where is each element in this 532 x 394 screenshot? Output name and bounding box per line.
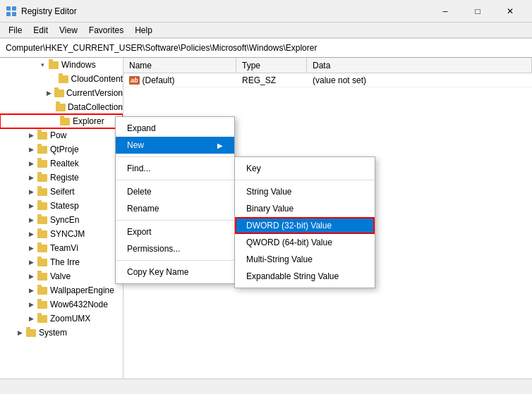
tree-label-registe: Registe (50, 173, 79, 183)
ctx-find[interactable]: Find... (116, 160, 234, 177)
sub-expandable-string-value-label: Expandable String Value (246, 271, 339, 281)
registry-row-default[interactable]: ab (Default) REG_SZ (value not set) (123, 73, 532, 87)
sub-key[interactable]: Key (235, 160, 375, 177)
tree-item-explorer[interactable]: ▶ Explorer (0, 114, 123, 128)
sub-qword-value-label: QWORD (64-bit) Value (246, 238, 332, 247)
tree-item-statesp[interactable]: ▶ Statesp (0, 199, 123, 213)
tree-arrow-seifert: ▶ (25, 185, 37, 199)
tree-label-windows: Windows (61, 60, 96, 70)
tree-arrow-wow6432node: ▶ (25, 297, 37, 312)
tree-item-syncjm[interactable]: ▶ SYNCJM (0, 227, 123, 241)
status-bar (0, 378, 532, 394)
folder-icon-zooumumx (37, 313, 48, 324)
sub-qword-value[interactable]: QWORD (64-bit) Value (235, 234, 375, 251)
minimize-button[interactable]: – (429, 0, 461, 23)
tree-item-seifert[interactable]: ▶ Seifert (0, 185, 123, 199)
menu-edit[interactable]: Edit (28, 24, 54, 37)
tree-item-registe[interactable]: ▶ Registe (0, 171, 123, 185)
tree-arrow-theirre: ▶ (25, 255, 37, 269)
tree-item-teamvi[interactable]: ▶ TeamVi (0, 241, 123, 255)
sub-multi-string-value-label: Multi-String Value (246, 254, 313, 264)
maximize-button[interactable]: □ (461, 0, 494, 23)
tree-arrow-windows: ▾ (37, 58, 48, 72)
svg-rect-0 (6, 6, 11, 11)
close-button[interactable]: ✕ (494, 0, 526, 23)
tree-arrow-teamvi: ▶ (25, 241, 37, 255)
tree-label-datacollection: DataCollection (68, 102, 123, 112)
sub-expandable-string-value[interactable]: Expandable String Value (235, 268, 375, 285)
sub-multi-string-value[interactable]: Multi-String Value (235, 251, 375, 268)
tree-item-theirre[interactable]: ▶ The Irre (0, 255, 123, 269)
right-header: Name Type Data (123, 58, 532, 73)
ctx-new-arrow: ▶ (217, 142, 223, 149)
col-header-data: Data (307, 58, 532, 73)
tree-panel[interactable]: ▾ Windows ▶ CloudContent ▶ CurrentVersio… (0, 58, 123, 378)
sub-dword-value-label: DWORD (32-bit) Value (246, 221, 332, 230)
tree-label-currentversion: CurrentVersion (66, 88, 123, 98)
sub-string-value[interactable]: String Value (235, 183, 375, 200)
folder-icon-seifert (37, 186, 48, 197)
ctx-sep-1 (116, 156, 234, 157)
tree-item-cloudcontent[interactable]: ▶ CloudContent (0, 72, 123, 86)
address-path: Computer\HKEY_CURRENT_USER\Software\Poli… (6, 43, 317, 53)
folder-icon-qtproje (37, 144, 48, 155)
tree-label-wow6432node: Wow6432Node (50, 300, 108, 309)
tree-item-realtek[interactable]: ▶ Realtek (0, 156, 123, 171)
tree-arrow-syncjm: ▶ (25, 227, 37, 241)
col-header-type: Type (236, 58, 307, 73)
tree-item-zooumumx[interactable]: ▶ ZoomUMX (0, 312, 123, 326)
sub-binary-value-label: Binary Value (246, 204, 294, 214)
folder-icon-system (25, 327, 37, 338)
tree-item-qtproje[interactable]: ▶ QtProje (0, 142, 123, 156)
menu-help[interactable]: Help (129, 24, 158, 37)
tree-label-explorer: Explorer (73, 116, 104, 126)
tree-item-system[interactable]: ▶ System (0, 326, 123, 340)
tree-item-valve[interactable]: ▶ Valve (0, 269, 123, 283)
ctx-expand[interactable]: Expand (116, 120, 234, 137)
reg-name-default: (Default) (143, 75, 175, 85)
title-bar: Registry Editor – □ ✕ (0, 0, 532, 23)
tree-item-currentversion[interactable]: ▶ CurrentVersion (0, 86, 123, 100)
ctx-copy-key-name[interactable]: Copy Key Name (116, 264, 234, 281)
ctx-delete[interactable]: Delete (116, 183, 234, 200)
menu-file[interactable]: File (3, 24, 28, 37)
folder-icon-wow6432node (37, 299, 48, 310)
app-icon (6, 6, 17, 17)
folder-icon-teamvi (37, 242, 48, 254)
tree-label-statesp: Statesp (50, 201, 79, 211)
folder-icon-wallpaperengine (37, 285, 48, 296)
sub-binary-value[interactable]: Binary Value (235, 200, 375, 217)
tree-item-syncen[interactable]: ▶ SyncEn (0, 213, 123, 227)
tree-label-pow: Pow (50, 130, 66, 140)
sub-dword-value[interactable]: DWORD (32-bit) Value (235, 217, 375, 234)
ctx-export[interactable]: Export (116, 223, 234, 240)
folder-icon-windows (48, 59, 59, 70)
ctx-permissions-label: Permissions... (127, 244, 180, 254)
ctx-permissions[interactable]: Permissions... (116, 240, 234, 257)
tree-item-pow[interactable]: ▶ Pow (0, 128, 123, 142)
svg-rect-1 (12, 6, 16, 11)
tree-label-seifert: Seifert (50, 187, 75, 197)
tree-arrow-realtek: ▶ (25, 156, 37, 171)
tree-label-theirre: The Irre (50, 257, 80, 267)
tree-item-datacollection[interactable]: ▶ DataCollection (0, 100, 123, 114)
sub-sep-1 (235, 180, 375, 180)
window-title: Registry Editor (21, 6, 429, 16)
folder-icon-currentversion (54, 87, 64, 99)
tree-arrow-valve: ▶ (25, 269, 37, 283)
ctx-new-label: New (127, 140, 144, 150)
menu-view[interactable]: View (54, 24, 83, 37)
ctx-expand-label: Expand (127, 123, 156, 133)
sub-string-value-label: String Value (246, 187, 291, 197)
address-bar[interactable]: Computer\HKEY_CURRENT_USER\Software\Poli… (0, 38, 532, 58)
tree-item-wallpaperengine[interactable]: ▶ WallpaperEngine (0, 283, 123, 297)
tree-item-windows[interactable]: ▾ Windows (0, 58, 123, 72)
tree-arrow-registe: ▶ (25, 171, 37, 185)
ctx-new[interactable]: New ▶ (116, 137, 234, 154)
tree-item-wow6432node[interactable]: ▶ Wow6432Node (0, 297, 123, 312)
ctx-rename[interactable]: Rename (116, 200, 234, 217)
svg-rect-3 (12, 12, 16, 16)
menu-favorites[interactable]: Favorites (83, 24, 129, 37)
tree-label-syncjm: SYNCJM (50, 229, 85, 239)
tree-arrow-statesp: ▶ (25, 199, 37, 213)
